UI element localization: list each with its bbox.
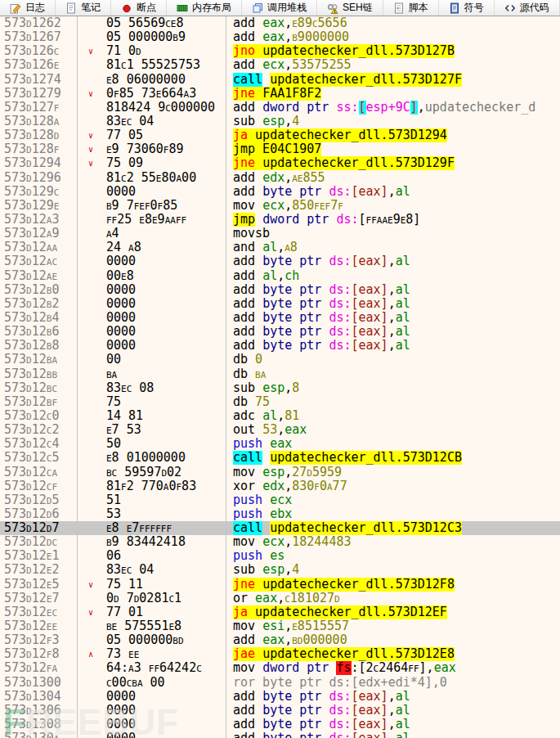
address-cell: 573D12F8 xyxy=(0,647,78,661)
disasm-row[interactable]: 573D12C2E7 53out 53,eax xyxy=(0,423,560,437)
disasm-row[interactable]: 573D12A3FF25 E8E9AAFFjmp dword ptr ds:[F… xyxy=(0,213,560,227)
tab-seh-chain[interactable]: SEH链 xyxy=(317,0,383,16)
disasm-row[interactable]: 573D12E106push es xyxy=(0,549,560,563)
disasm-segment: updatechecker_dll.573D12C3 xyxy=(270,521,462,535)
bytes-cell: 81C1 55525753 xyxy=(78,58,226,72)
disasm-segment xyxy=(262,521,270,535)
tab-notes[interactable]: 笔记 xyxy=(56,0,111,16)
disasm-row[interactable]: 573D1274E8 06000000call updatechecker_dl… xyxy=(0,73,560,87)
disasm-segment: ds: xyxy=(329,254,351,268)
disasm-row[interactable]: 573D13040000add byte ptr ds:[eax],al xyxy=(0,690,560,704)
disasm-segment: dword ptr xyxy=(262,661,336,675)
disasm-segment: ds: xyxy=(329,704,351,718)
disasm-row[interactable]: 573D1300C00CBA 00ror byte ptr ds:[edx+ed… xyxy=(0,676,560,690)
tab-script[interactable]: 脚本 xyxy=(383,0,439,16)
disasm-row[interactable]: 573D12D551push ecx xyxy=(0,493,560,507)
disasm-row[interactable]: 573D12AE00E8add al,ch xyxy=(0,269,560,283)
disasm-row[interactable]: 573D12E70D 7D0281C1or eax,C181027D xyxy=(0,592,560,605)
disasm-row[interactable]: 573D12D653push ebx xyxy=(0,507,560,521)
disasm-row[interactable]: 573D12CABC 59597D02mov esp,27D5959 xyxy=(0,466,560,479)
bytes-cell: 05 000000BD xyxy=(78,633,226,647)
disasm-row[interactable]: 573D126705 000000B9add eax,B9000000 xyxy=(0,30,560,44)
disasm-row[interactable]: 573D12F8∧73 EEjae updatechecker_dll.573D… xyxy=(0,647,560,661)
disasm-row[interactable]: 573D12EC∨77 01ja updatechecker_dll.573D1… xyxy=(0,605,560,619)
disasm-segment: dword ptr xyxy=(262,213,336,227)
disasm-segment: , xyxy=(388,311,396,325)
disasm-row[interactable]: 573D12C014 81adc al,81 xyxy=(0,409,560,423)
disasm-segment: , xyxy=(284,381,292,395)
disasm-row[interactable]: 573D12E283EC 04sub esp,4 xyxy=(0,563,560,577)
disasm-row[interactable]: 573D127F818424 9C000000add dword ptr ss:… xyxy=(0,101,560,115)
disasm-row[interactable]: 573D128A83EC 04sub esp,4 xyxy=(0,115,560,128)
disasm-segment: add xyxy=(233,690,262,704)
call-stack-icon xyxy=(252,2,263,14)
bytes-cell: ∨75 09 xyxy=(78,156,226,170)
disasm-segment: [eax] xyxy=(352,254,388,268)
disasm-segment: ds: xyxy=(329,731,351,738)
disasm-row[interactable]: 573D1279∨0F85 73E664A3jne FAA1F8F2 xyxy=(0,87,560,101)
disasm-segment: push xyxy=(233,437,270,451)
disasm-segment: db xyxy=(233,367,255,381)
tab-call-stack[interactable]: 调用堆栈 xyxy=(242,0,317,16)
disasm-row[interactable]: 573D12B00000add byte ptr ds:[eax],al xyxy=(0,283,560,297)
disasm-row[interactable]: 573D12FA64:A3 FF64242Cmov dword ptr fs:[… xyxy=(0,661,560,675)
disasm-row[interactable]: 573D12BA00db 0 xyxy=(0,353,560,367)
bytes-cell: 0000 xyxy=(78,704,226,718)
disasm-cell: mov esi,E8515557 xyxy=(226,619,560,633)
disasm-row[interactable]: 573D12CF81F2 770A0F83xor edx,830F0A77 xyxy=(0,479,560,493)
disasm-row[interactable]: 573D129C0000add byte ptr ds:[eax],al xyxy=(0,185,560,199)
disasm-cell: mov ecx,850FEF7F xyxy=(226,199,560,213)
disasm-segment: al xyxy=(262,241,277,254)
disasm-cell: and al,A8 xyxy=(226,241,560,254)
disasm-segment: updatechecker_dll.573D127F xyxy=(270,73,462,87)
disasm-row[interactable]: 573D13060000add byte ptr ds:[eax],al xyxy=(0,704,560,718)
disasm-row[interactable]: 573D12AC0000add byte ptr ds:[eax],al xyxy=(0,254,560,268)
disasm-row[interactable]: 573D12B20000add byte ptr ds:[eax],al xyxy=(0,297,560,311)
disasm-row[interactable]: 573D1294∨75 09jne updatechecker_dll.573D… xyxy=(0,156,560,170)
disasm-row[interactable]: 573D129EB9 7FEF0F85mov ecx,850FEF7F xyxy=(0,199,560,213)
disasm-row[interactable]: 573D12A9A4movsb xyxy=(0,227,560,241)
disasm-row[interactable]: 573D12B60000add byte ptr ds:[eax],al xyxy=(0,325,560,339)
disasm-row[interactable]: 573D130A0000add byte ptr ds:[eax],al xyxy=(0,731,560,738)
disasm-cell: db 0 xyxy=(226,353,560,367)
disasm-segment: al xyxy=(262,409,277,423)
bytes-cell: ∨0F85 73E664A3 xyxy=(78,87,226,101)
disasm-segment: AE855 xyxy=(292,171,325,185)
disasm-row[interactable]: 573D12C5E8 01000000call updatechecker_dl… xyxy=(0,451,560,465)
disasm-row[interactable]: 573D12DCB9 83442418mov ecx,18244483 xyxy=(0,535,560,549)
disasm-segment: al xyxy=(396,704,410,718)
disasm-segment: push xyxy=(233,493,270,507)
disasm-segment: , xyxy=(284,619,292,633)
disasm-row[interactable]: 573D13080000add byte ptr ds:[eax],al xyxy=(0,718,560,731)
disasm-row[interactable]: 573D12AA24 A8and al,A8 xyxy=(0,241,560,254)
tab-source-code[interactable]: 源代码 xyxy=(495,0,560,16)
bytes-cell: 0000 xyxy=(78,283,226,297)
disasm-row[interactable]: 573D128D∨77 05ja updatechecker_dll.573D1… xyxy=(0,128,560,142)
disasm-row[interactable]: 573D12F305 000000BDadd eax,BD000000 xyxy=(0,633,560,647)
disasm-segment: al xyxy=(396,325,410,339)
tab-log[interactable]: 日志 xyxy=(0,0,56,16)
disasm-row[interactable]: 573D12EEBE 575551E8mov esi,E8515557 xyxy=(0,619,560,633)
disasm-row[interactable]: 573D12BC83EC 08sub esp,8 xyxy=(0,381,560,395)
jump-down-arrow-icon: ∨ xyxy=(88,578,93,592)
disasm-segment: [eax] xyxy=(352,339,388,353)
disasm-row[interactable]: 573D12BBBAdb BA xyxy=(0,367,560,381)
disasm-segment: , xyxy=(284,58,292,72)
disasm-segment: eax xyxy=(434,661,456,675)
disasm-row[interactable]: 573D12E5∨75 11jne updatechecker_dll.573D… xyxy=(0,578,560,592)
disasm-row[interactable]: 573D128F∨E9 73060F89jmp E04C1907 xyxy=(0,142,560,156)
disasm-row[interactable]: 573D12BF75db 75 xyxy=(0,395,560,409)
disasm-row[interactable]: 573D126E81C1 55525753add ecx,53575255 xyxy=(0,58,560,72)
disasm-row[interactable]: 573D126205 56569CE8add eax,E89C5656 xyxy=(0,16,560,30)
disasm-row[interactable]: 573D12C450push eax xyxy=(0,437,560,451)
disasm-row[interactable]: 573D12B40000add byte ptr ds:[eax],al xyxy=(0,311,560,325)
tab-memory-map[interactable]: 内存布局 xyxy=(167,0,242,16)
disasm-row[interactable]: 573D12B80000add byte ptr ds:[eax],al xyxy=(0,339,560,353)
tab-symbols[interactable]: 符号 xyxy=(439,0,495,16)
disasm-segment: edx xyxy=(262,479,284,493)
tab-breakpoint[interactable]: 断点 xyxy=(111,0,167,16)
disasm-row[interactable]: 573D126C∨71 0Djno updatechecker_dll.573D… xyxy=(0,44,560,58)
disasm-segment: eax xyxy=(284,423,307,437)
disasm-row[interactable]: 573D12D7E8 E7FFFFFFcall updatechecker_dl… xyxy=(0,521,560,535)
disasm-row[interactable]: 573D129681C2 55E80A00add edx,AE855 xyxy=(0,171,560,185)
